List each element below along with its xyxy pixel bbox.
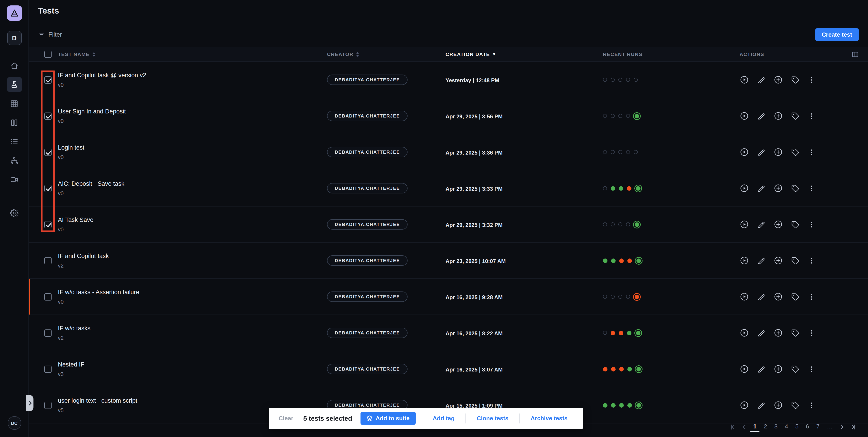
page-number-3[interactable]: 3 (772, 422, 780, 432)
add-to-suite-row-button[interactable] (773, 111, 783, 121)
row-checkbox[interactable] (44, 184, 52, 192)
tag-row-button[interactable] (790, 365, 800, 373)
test-name[interactable]: IF and Copilot task (58, 253, 327, 259)
tag-row-button[interactable] (790, 220, 800, 229)
column-settings-button[interactable] (847, 51, 859, 58)
page-number-5[interactable]: 5 (793, 422, 801, 432)
test-name[interactable]: Login test (58, 144, 327, 151)
row-checkbox[interactable] (44, 112, 52, 120)
run-test-button[interactable] (740, 111, 749, 121)
test-name[interactable]: User Sign In and Deposit (58, 108, 327, 114)
add-to-suite-row-button[interactable] (773, 75, 783, 85)
run-test-button[interactable] (740, 364, 749, 374)
column-header-creator[interactable]: CREATOR (327, 51, 445, 57)
row-menu-button[interactable] (807, 293, 815, 301)
edit-test-button[interactable] (757, 292, 766, 301)
run-test-button[interactable] (740, 147, 749, 157)
row-menu-button[interactable] (807, 220, 815, 229)
clone-tests-button[interactable]: Clone tests (466, 415, 519, 422)
test-name[interactable]: IF and Copilot task @ version v2 (58, 72, 327, 78)
filter-button[interactable]: Filter (38, 31, 62, 38)
workspace-switcher[interactable]: D (7, 31, 22, 45)
clear-selection-button[interactable]: Clear (269, 415, 303, 422)
select-all-checkbox[interactable] (44, 51, 52, 58)
run-test-button[interactable] (740, 183, 749, 193)
tag-row-button[interactable] (790, 328, 800, 337)
archive-tests-button[interactable]: Archive tests (520, 415, 578, 422)
test-name[interactable]: user login text - custom script (58, 397, 327, 404)
edit-test-button[interactable] (757, 401, 766, 410)
add-to-suite-row-button[interactable] (773, 400, 783, 410)
run-test-button[interactable] (740, 75, 749, 85)
row-checkbox[interactable] (44, 293, 52, 300)
tag-row-button[interactable] (790, 401, 800, 410)
sidebar-item-datasets[interactable] (6, 96, 22, 111)
add-to-suite-row-button[interactable] (773, 147, 783, 157)
sidebar-item-runs-list[interactable] (6, 134, 22, 149)
add-to-suite-row-button[interactable] (773, 292, 783, 301)
page-number-4[interactable]: 4 (782, 422, 790, 432)
row-checkbox[interactable] (44, 221, 52, 228)
column-header-creation-date[interactable]: CREATION DATE ▼ (445, 52, 603, 57)
add-to-suite-row-button[interactable] (773, 256, 783, 265)
tag-row-button[interactable] (790, 256, 800, 265)
sidebar-item-suites[interactable] (6, 115, 22, 130)
row-menu-button[interactable] (807, 184, 815, 192)
create-test-button[interactable]: Create test (815, 28, 859, 41)
first-page-button[interactable] (729, 422, 738, 431)
sidebar-expand-handle[interactable] (26, 395, 33, 411)
row-menu-button[interactable] (807, 76, 815, 84)
row-checkbox[interactable] (44, 148, 52, 156)
run-test-button[interactable] (740, 400, 749, 410)
row-menu-button[interactable] (807, 257, 815, 265)
add-to-suite-row-button[interactable] (773, 364, 783, 374)
sidebar-item-workflows[interactable] (6, 153, 22, 168)
row-menu-button[interactable] (807, 329, 815, 337)
page-number-2[interactable]: 2 (761, 422, 770, 432)
edit-test-button[interactable] (757, 220, 766, 229)
sidebar-item-recordings[interactable] (6, 172, 22, 187)
add-tag-button[interactable]: Add tag (422, 415, 465, 422)
edit-test-button[interactable] (757, 75, 766, 84)
run-test-button[interactable] (740, 328, 749, 338)
page-number-7[interactable]: 7 (814, 422, 822, 432)
last-page-button[interactable] (848, 422, 857, 431)
row-checkbox[interactable] (44, 257, 52, 264)
page-number-1[interactable]: 1 (751, 422, 759, 432)
edit-test-button[interactable] (757, 328, 766, 337)
row-checkbox[interactable] (44, 402, 52, 409)
edit-test-button[interactable] (757, 184, 766, 193)
test-name[interactable]: Nested IF (58, 361, 327, 368)
user-avatar[interactable]: DC (7, 416, 21, 430)
run-test-button[interactable] (740, 220, 749, 229)
edit-test-button[interactable] (757, 111, 766, 121)
app-logo[interactable] (6, 5, 22, 21)
edit-test-button[interactable] (757, 256, 766, 265)
row-menu-button[interactable] (807, 112, 815, 120)
row-checkbox[interactable] (44, 365, 52, 373)
run-test-button[interactable] (740, 292, 749, 301)
tag-row-button[interactable] (790, 111, 800, 121)
tag-row-button[interactable] (790, 147, 800, 157)
row-menu-button[interactable] (807, 365, 815, 373)
row-checkbox[interactable] (44, 329, 52, 336)
column-header-test-name[interactable]: TEST NAME (58, 51, 327, 57)
tag-row-button[interactable] (790, 184, 800, 193)
edit-test-button[interactable] (757, 365, 766, 373)
add-to-suite-row-button[interactable] (773, 328, 783, 338)
sidebar-item-home[interactable] (6, 58, 22, 73)
sidebar-item-tests[interactable] (6, 77, 22, 92)
add-to-suite-row-button[interactable] (773, 220, 783, 229)
test-name[interactable]: AI Task Save (58, 216, 327, 223)
add-to-suite-button[interactable]: Add to suite (360, 412, 415, 425)
next-page-button[interactable] (837, 422, 846, 431)
sidebar-item-settings[interactable] (6, 205, 22, 221)
tag-row-button[interactable] (790, 75, 800, 84)
row-menu-button[interactable] (807, 148, 815, 156)
run-test-button[interactable] (740, 256, 749, 265)
page-number-6[interactable]: 6 (803, 422, 812, 432)
edit-test-button[interactable] (757, 147, 766, 157)
test-name[interactable]: AIC: Deposit - Save task (58, 180, 327, 187)
add-to-suite-row-button[interactable] (773, 183, 783, 193)
row-checkbox[interactable] (44, 76, 52, 83)
